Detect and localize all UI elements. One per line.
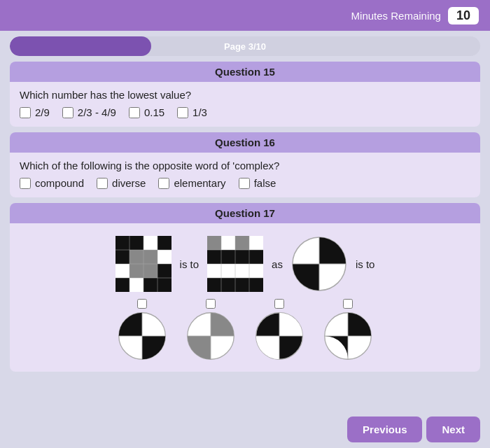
q15-checkbox-2[interactable] — [129, 107, 140, 118]
svg-rect-31 — [249, 250, 263, 264]
q16-checkbox-0[interactable] — [20, 178, 31, 189]
svg-rect-34 — [235, 264, 249, 278]
q16-option-2[interactable]: elementary — [158, 177, 225, 189]
q15-checkbox-1[interactable] — [62, 107, 74, 118]
question-15-title: Question 15 — [10, 62, 480, 82]
q16-checkbox-3[interactable] — [239, 178, 250, 189]
q15-option-1[interactable]: 2/3 - 4/9 — [62, 106, 116, 118]
q16-label-2: elementary — [174, 177, 225, 189]
svg-rect-24 — [207, 236, 221, 250]
svg-rect-6 — [130, 250, 144, 264]
svg-rect-14 — [130, 278, 144, 292]
question-15-block: Question 15 Which number has the lowest … — [10, 62, 480, 127]
q15-label-3: 1/3 — [192, 106, 207, 118]
q16-label-1: diverse — [112, 177, 146, 189]
q17-as: as — [272, 258, 283, 270]
q17-checkbox-d[interactable] — [343, 299, 353, 309]
q15-option-2[interactable]: 0.15 — [129, 106, 164, 118]
question-16-options: compound diverse elementary false — [10, 177, 480, 189]
q17-answer-a — [118, 299, 167, 360]
svg-rect-33 — [221, 264, 235, 278]
svg-rect-27 — [249, 236, 263, 250]
q17-answers-row — [10, 295, 480, 363]
progress-bar: Page 3/10 — [10, 36, 480, 56]
question-16-title: Question 16 — [10, 132, 480, 153]
svg-rect-38 — [235, 278, 249, 292]
q15-option-3[interactable]: 1/3 — [177, 106, 207, 118]
svg-rect-30 — [235, 250, 249, 264]
q17-answer-circle-b — [186, 312, 235, 360]
svg-rect-39 — [249, 278, 263, 292]
svg-rect-29 — [221, 250, 235, 264]
q16-checkbox-1[interactable] — [97, 178, 108, 189]
q17-answer-b — [186, 299, 235, 360]
question-15-text: Which number has the lowest value? — [10, 89, 480, 106]
svg-rect-36 — [207, 278, 221, 292]
question-16-text: Which of the following is the opposite w… — [10, 160, 480, 177]
svg-rect-13 — [115, 278, 130, 292]
svg-rect-35 — [249, 264, 263, 278]
timer-value: 10 — [448, 7, 479, 24]
question-15-options: 2/9 2/3 - 4/9 0.15 1/3 — [10, 106, 480, 118]
svg-rect-2 — [130, 236, 144, 250]
svg-rect-28 — [207, 250, 221, 264]
q17-answer-circle-a — [118, 312, 167, 360]
svg-rect-16 — [158, 278, 172, 292]
q17-is-to-1: is to — [180, 258, 200, 270]
q17-answer-circle-c — [255, 312, 304, 360]
svg-rect-37 — [221, 278, 235, 292]
q16-checkbox-2[interactable] — [158, 178, 169, 189]
previous-button[interactable]: Previous — [347, 416, 422, 442]
question-17-title: Question 17 — [10, 203, 480, 223]
q15-label-0: 2/9 — [35, 106, 50, 118]
svg-rect-9 — [115, 264, 130, 278]
q17-checkbox-c[interactable] — [274, 299, 284, 309]
q17-image-2 — [207, 236, 263, 292]
q15-option-0[interactable]: 2/9 — [20, 106, 50, 118]
svg-rect-11 — [144, 264, 158, 278]
q15-checkbox-0[interactable] — [20, 107, 31, 118]
q17-answer-d — [323, 299, 372, 360]
svg-rect-8 — [158, 250, 172, 264]
header: Minutes Remaining 10 — [0, 0, 490, 31]
q16-option-1[interactable]: diverse — [97, 177, 146, 189]
bottom-nav: Previous Next — [0, 410, 490, 448]
svg-rect-3 — [144, 236, 158, 250]
minutes-remaining-label: Minutes Remaining — [351, 10, 441, 22]
q17-image-3 — [291, 236, 347, 292]
q17-checkbox-b[interactable] — [206, 299, 216, 309]
svg-rect-25 — [221, 236, 235, 250]
q17-image-1 — [115, 236, 172, 292]
q17-checkbox-a[interactable] — [137, 299, 147, 309]
svg-rect-10 — [130, 264, 144, 278]
svg-rect-7 — [144, 250, 158, 264]
q15-label-2: 0.15 — [144, 106, 164, 118]
svg-rect-26 — [235, 236, 249, 250]
svg-rect-32 — [207, 264, 221, 278]
q15-checkbox-3[interactable] — [177, 107, 188, 118]
q17-answer-c — [255, 299, 304, 360]
q16-option-0[interactable]: compound — [20, 177, 84, 189]
q17-answer-circle-d — [323, 312, 372, 360]
question-16-block: Question 16 Which of the following is th… — [10, 132, 480, 197]
q17-is-to-2: is to — [356, 258, 375, 270]
progress-label: Page 3/10 — [10, 36, 480, 56]
svg-rect-5 — [115, 250, 130, 264]
next-button[interactable]: Next — [426, 416, 480, 442]
q16-option-3[interactable]: false — [239, 177, 276, 189]
question-17-block: Question 17 — [10, 203, 480, 372]
q15-label-1: 2/3 - 4/9 — [78, 106, 116, 118]
q17-analogy-row: is to — [10, 230, 480, 295]
svg-rect-1 — [115, 236, 130, 250]
svg-rect-4 — [158, 236, 172, 250]
svg-rect-15 — [144, 278, 158, 292]
q16-label-0: compound — [35, 177, 84, 189]
q16-label-3: false — [254, 177, 276, 189]
svg-rect-12 — [158, 264, 172, 278]
